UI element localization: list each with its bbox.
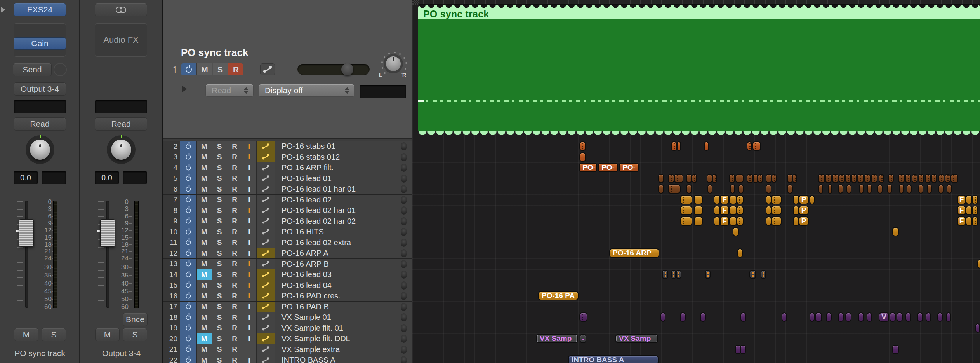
track-input-button[interactable]: I	[242, 355, 257, 363]
track-row-6[interactable]: 6MSRIPO-16 lead 01 har 01	[163, 184, 412, 195]
track-automation-button[interactable]	[257, 355, 275, 363]
midi-region-labeled[interactable]: PO-	[598, 163, 618, 172]
midi-region-labeled[interactable]: PO-16 ARP	[609, 248, 659, 258]
midi-region-pill[interactable]	[662, 270, 668, 279]
track-mute-button[interactable]: M	[197, 269, 212, 280]
track-record-button[interactable]: R	[227, 355, 242, 363]
track-solo-button[interactable]: S	[212, 205, 227, 216]
track-name[interactable]: PO-16 lead 02 har 01	[275, 205, 412, 216]
midi-region-pill[interactable]	[793, 206, 799, 215]
midi-region-pill[interactable]: F	[957, 206, 966, 215]
track-automation-button[interactable]	[257, 344, 275, 355]
mute-button[interactable]: M	[95, 328, 120, 341]
track-record-button[interactable]: R	[227, 173, 242, 184]
track-mute-button[interactable]: M	[197, 355, 212, 363]
midi-region-pill[interactable]	[892, 227, 899, 236]
midi-region-pill[interactable]	[977, 259, 980, 269]
midi-region-pill[interactable]	[975, 323, 980, 333]
midi-region-pill[interactable]	[771, 206, 782, 215]
track-power-button[interactable]	[180, 141, 197, 152]
midi-region-pill[interactable]	[766, 174, 772, 183]
track-row-2[interactable]: 2MSRIPO-16 stabs 01	[163, 141, 412, 152]
midi-region-pill[interactable]	[818, 174, 825, 183]
track-automation-button[interactable]	[257, 302, 275, 312]
midi-region-pill[interactable]	[766, 216, 771, 226]
track-mute-button[interactable]: M	[197, 216, 212, 227]
track-power-button[interactable]	[180, 162, 197, 173]
midi-region-pill[interactable]	[694, 216, 703, 226]
track-record-button[interactable]: R	[227, 280, 242, 291]
track-record-button[interactable]: R	[227, 312, 242, 323]
track-name[interactable]: PO sync track	[181, 47, 248, 59]
midi-region-pill[interactable]	[782, 312, 787, 322]
timeline-ruler[interactable]	[412, 0, 980, 5]
automation-mode-button[interactable]: Read	[95, 117, 147, 131]
track-automation-button[interactable]	[257, 173, 275, 184]
track-solo-button[interactable]: S	[212, 302, 227, 312]
pan-knob[interactable]	[107, 135, 136, 164]
midi-region-pill[interactable]	[793, 216, 799, 226]
track-power-button[interactable]	[180, 205, 197, 216]
track-input-button[interactable]: I	[242, 291, 257, 301]
track-record-button[interactable]: R	[227, 195, 242, 205]
track-record-button[interactable]: R	[227, 248, 242, 258]
track-power-button[interactable]	[180, 195, 197, 205]
peak-display[interactable]	[42, 171, 66, 184]
midi-region-pill[interactable]	[740, 312, 746, 322]
track-mute-button[interactable]: M	[197, 162, 212, 173]
midi-region-pill[interactable]	[771, 174, 777, 183]
midi-region-pill[interactable]	[966, 206, 972, 215]
midi-region-pill[interactable]	[579, 141, 586, 151]
track-solo-button[interactable]: S	[212, 184, 227, 194]
track-solo-button[interactable]: S	[212, 216, 227, 227]
midi-region-pill[interactable]	[845, 312, 851, 322]
track-power-button[interactable]	[180, 152, 197, 162]
track-mute-button[interactable]: M	[197, 333, 212, 344]
track-automation-button[interactable]	[257, 216, 275, 227]
track-name[interactable]: PO-16 lead 03	[275, 269, 412, 280]
track-input-button[interactable]: I	[242, 237, 257, 248]
midi-region-pill[interactable]	[793, 195, 799, 204]
midi-region-pill[interactable]	[707, 174, 712, 183]
track-solo-button[interactable]: S	[212, 333, 227, 344]
group-display[interactable]	[95, 100, 147, 113]
midi-region-pill[interactable]	[938, 184, 944, 194]
track-input-button[interactable]: I	[242, 248, 257, 258]
midi-region-pill[interactable]	[771, 216, 782, 226]
midi-region-pill[interactable]	[758, 174, 763, 183]
midi-region-pill[interactable]	[828, 184, 832, 194]
midi-region-pill[interactable]	[859, 184, 864, 194]
midi-region-pill[interactable]	[945, 174, 950, 183]
track-power-button[interactable]	[180, 248, 197, 258]
track-input-button[interactable]: I	[242, 227, 257, 237]
midi-region-pill[interactable]	[905, 312, 911, 322]
track-record-button[interactable]: R	[227, 291, 242, 301]
midi-region-pill[interactable]	[899, 184, 904, 194]
midi-region-pill[interactable]	[580, 334, 586, 343]
midi-region-pill[interactable]	[680, 195, 692, 204]
midi-region-pill[interactable]	[686, 174, 692, 183]
midi-region-pill[interactable]	[927, 184, 932, 194]
track-name[interactable]: PO-16 HITS	[275, 227, 412, 237]
midi-region-pill[interactable]	[677, 141, 681, 151]
midi-region-pill[interactable]	[972, 206, 978, 215]
volume-value-display[interactable]: 0.0	[95, 171, 119, 184]
track-row-4[interactable]: 4MSRIPO-16 ARP filt.	[163, 162, 412, 173]
midi-region-pill[interactable]	[912, 174, 917, 183]
midi-region-pill[interactable]	[867, 312, 872, 322]
track-name[interactable]: PO-16 lead 02 har 02	[275, 216, 412, 227]
track-automation-button[interactable]	[257, 312, 275, 323]
track-mute-button[interactable]: M	[197, 248, 212, 258]
midi-region-pill[interactable]	[946, 312, 951, 322]
track-automation-button[interactable]	[257, 184, 275, 194]
midi-region-pill[interactable]	[680, 206, 692, 215]
midi-region-pill[interactable]	[737, 248, 743, 258]
midi-region-pill[interactable]	[761, 270, 766, 279]
track-power-button[interactable]	[180, 280, 197, 291]
track-row-22[interactable]: 22MSRIINTRO BASS A	[163, 355, 412, 363]
track-name[interactable]: PO-16 PAD B	[275, 302, 412, 312]
midi-region-pill[interactable]	[660, 312, 665, 322]
track-record-button[interactable]: R	[227, 333, 242, 344]
track-input-button[interactable]	[242, 344, 257, 355]
midi-region-pill[interactable]	[771, 195, 782, 204]
